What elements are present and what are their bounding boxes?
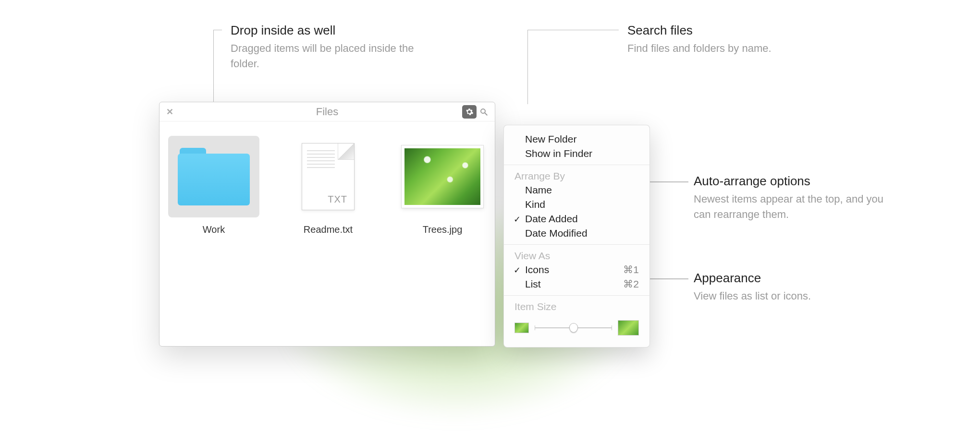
checkmark-icon: ✓	[514, 265, 521, 276]
file-grid: Work TXT Readme.txt Trees.jpg	[159, 121, 495, 250]
menu-arrange-label: Arrange By	[504, 169, 649, 183]
annotation-title: Auto-arrange options	[694, 174, 886, 189]
menu-arrange-date-added[interactable]: ✓Date Added	[504, 212, 649, 226]
svg-line-1	[485, 113, 487, 115]
file-label: Trees.jpg	[397, 224, 488, 235]
menu-arrange-date-modified[interactable]: Date Modified	[504, 226, 649, 240]
settings-dropdown: New Folder Show in Finder Arrange By Nam…	[503, 125, 650, 348]
annotation-title: Search files	[627, 23, 772, 38]
size-thumb-small-icon	[514, 323, 529, 333]
annotation-search: Search files Find files and folders by n…	[627, 23, 772, 56]
annotation-title: Drop inside as well	[231, 23, 423, 38]
search-icon	[479, 108, 488, 116]
file-label: Work	[168, 224, 259, 235]
menu-show-in-finder[interactable]: Show in Finder	[504, 146, 649, 161]
size-thumb-large-icon	[618, 320, 639, 336]
settings-button[interactable]	[462, 105, 477, 119]
slider-knob[interactable]	[569, 323, 578, 333]
annotation-desc: View files as list or icons.	[694, 288, 811, 304]
annotation-drop: Drop inside as well Dragged items will b…	[231, 23, 423, 72]
item-size-slider-row	[504, 313, 649, 340]
gear-icon	[465, 108, 474, 116]
image-thumbnail	[402, 145, 483, 208]
window-title: Files	[159, 106, 495, 118]
shortcut-label: ⌘2	[623, 278, 639, 290]
checkmark-icon: ✓	[514, 214, 521, 225]
menu-view-label: View As	[504, 249, 649, 263]
annotation-desc: Find files and folders by name.	[627, 41, 772, 56]
document-icon: TXT	[302, 143, 355, 210]
annotation-title: Appearance	[694, 271, 811, 286]
files-window: ✕ Files Work	[159, 102, 495, 347]
menu-arrange-kind[interactable]: Kind	[504, 197, 649, 212]
menu-new-folder[interactable]: New Folder	[504, 132, 649, 146]
close-button[interactable]: ✕	[166, 108, 174, 116]
file-label: Readme.txt	[282, 224, 374, 235]
menu-arrange-name[interactable]: Name	[504, 183, 649, 197]
shortcut-label: ⌘1	[623, 264, 639, 276]
search-button[interactable]	[477, 105, 491, 119]
item-size-slider[interactable]	[535, 323, 612, 333]
annotation-appearance: Appearance View files as list or icons.	[694, 271, 811, 304]
menu-view-icons[interactable]: ✓ Icons ⌘1	[504, 263, 649, 277]
file-item-image[interactable]: Trees.jpg	[397, 136, 488, 235]
folder-icon	[178, 148, 250, 205]
annotation-desc: Newest items appear at the top, and you …	[694, 192, 886, 222]
file-item-folder[interactable]: Work	[168, 136, 259, 235]
menu-view-list[interactable]: List ⌘2	[504, 277, 649, 291]
menu-item-size-label: Item Size	[504, 300, 649, 313]
annotation-arrange: Auto-arrange options Newest items appear…	[694, 174, 886, 222]
annotation-desc: Dragged items will be placed inside the …	[231, 41, 423, 72]
window-header: ✕ Files	[159, 102, 495, 121]
file-item-txt[interactable]: TXT Readme.txt	[282, 136, 374, 235]
